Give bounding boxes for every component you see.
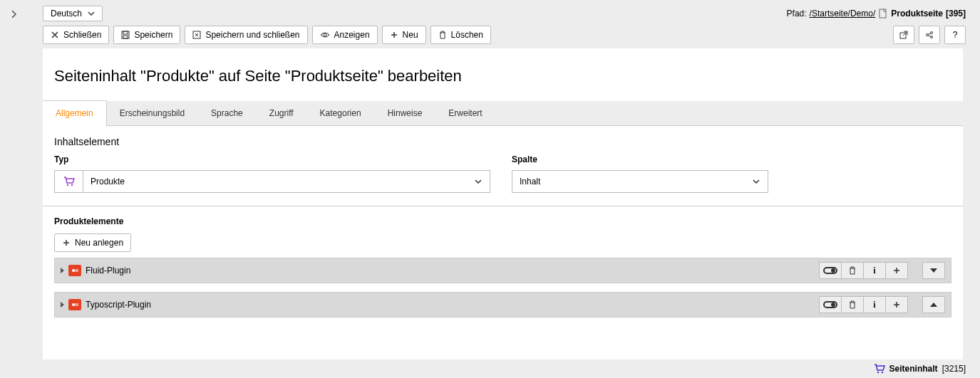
new-record-label: Neu anlegen [75,238,123,248]
type-value: Produkte [91,177,125,187]
products-title: Produktelemente [54,216,951,226]
tab-hinweise[interactable]: Hinweise [375,101,436,125]
svg-point-15 [881,372,882,373]
record-add-button[interactable] [885,262,908,279]
expand-toggle-icon[interactable] [61,268,64,273]
path-segments[interactable]: /Startseite/Demo/ [810,9,876,19]
save-close-icon [192,31,201,39]
trash-icon [848,266,857,275]
type-icon-box [54,170,83,193]
help-button[interactable]: ? [944,26,966,44]
path-label: Pfad: [787,9,807,19]
tab-allgemein[interactable]: Allgemein [43,100,107,126]
trash-icon [848,300,857,309]
plus-icon [62,238,71,247]
tabs: Allgemein Erscheinungsbild Sprache Zugri… [43,101,963,126]
footer-label: Seiteninhalt [889,364,938,374]
svg-rect-3 [123,36,128,38]
trash-icon [438,31,447,39]
record-name: Typoscript-Plugin [86,300,151,310]
tab-sprache[interactable]: Sprache [198,101,257,125]
chevron-down-icon [752,179,760,184]
tab-zugriff[interactable]: Zugriff [257,101,307,125]
page-title: Seiteninhalt "Produkte" auf Seite "Produ… [54,67,951,85]
record-item[interactable]: Fluid-Plugin i [54,258,951,283]
delete-button[interactable]: Löschen [430,26,491,44]
sidebar-expand-button[interactable] [0,0,29,28]
open-new-window-button[interactable] [893,26,914,44]
svg-point-13 [72,303,75,306]
section-title: Inhaltselement [54,136,951,147]
eye-icon [320,31,330,38]
page-icon [878,9,888,19]
close-label: Schließen [63,30,101,40]
column-value: Inhalt [520,177,540,187]
svg-point-5 [324,33,326,36]
chevron-down-icon [474,179,483,184]
triangle-up-icon [930,303,937,307]
save-close-button[interactable]: Speichern und schließen [185,26,307,44]
svg-rect-2 [123,31,128,34]
tab-erweitert[interactable]: Erweitert [435,101,495,125]
language-select[interactable]: Deutsch [43,6,103,21]
page-id: [395] [946,9,966,19]
svg-point-10 [66,184,68,186]
svg-rect-0 [880,9,886,18]
share-button[interactable] [919,26,940,44]
save-button[interactable]: Speichern [113,26,180,44]
new-button[interactable]: Neu [382,26,426,44]
help-label: ? [953,30,958,40]
triangle-down-icon [930,268,937,273]
breadcrumb: Pfad: /Startseite/Demo/ Produktseite [39… [787,9,966,19]
record-delete-button[interactable] [841,262,864,279]
view-label: Anzeigen [334,30,370,40]
save-icon [121,31,130,39]
new-label: Neu [403,30,418,40]
info-icon: i [873,300,875,310]
footer-id: [3215] [942,364,966,374]
toggle-icon [823,267,837,274]
record-item[interactable]: Typoscript-Plugin i [54,292,951,317]
share-icon [925,31,934,39]
page-name: Produktseite [891,9,943,19]
record-move-down-button[interactable] [922,262,945,279]
record-info-button[interactable]: i [863,296,886,313]
record-info-button[interactable]: i [863,262,886,279]
chevron-down-icon [88,11,95,16]
close-button[interactable]: Schließen [43,26,109,44]
plus-icon [892,266,901,275]
plus-icon [390,31,398,39]
type-label: Typ [54,154,490,164]
visibility-toggle[interactable] [819,296,842,313]
svg-point-14 [877,372,878,373]
record-name: Fluid-Plugin [86,266,130,275]
record-add-button[interactable] [885,296,908,313]
cart-icon [63,177,75,187]
expand-toggle-icon[interactable] [61,302,64,308]
chevron-right-icon [10,10,19,19]
save-close-label: Speichern und schließen [205,30,299,40]
close-icon [51,31,59,39]
new-record-button[interactable]: Neu anlegen [54,233,131,252]
save-label: Speichern [134,30,172,40]
record-move-up-button[interactable] [922,296,945,313]
tab-kategorien[interactable]: Kategorien [307,101,375,125]
delete-label: Löschen [451,30,483,40]
tab-erscheinungsbild[interactable]: Erscheinungsbild [107,101,198,125]
type-select[interactable]: Produkte [83,170,490,193]
external-icon [899,31,908,39]
visibility-toggle[interactable] [819,262,842,279]
footer-status: Seiteninhalt [3215] [874,364,966,374]
view-button[interactable]: Anzeigen [312,26,378,44]
svg-point-11 [71,184,72,186]
record-delete-button[interactable] [841,296,864,313]
plugin-icon [68,299,81,310]
language-value: Deutsch [51,9,82,19]
svg-point-12 [72,269,75,272]
column-select[interactable]: Inhalt [512,170,768,193]
cart-icon [874,364,885,374]
plugin-icon [68,265,81,276]
toggle-icon [823,301,837,308]
plus-icon [892,300,901,309]
column-label: Spalte [512,154,768,164]
